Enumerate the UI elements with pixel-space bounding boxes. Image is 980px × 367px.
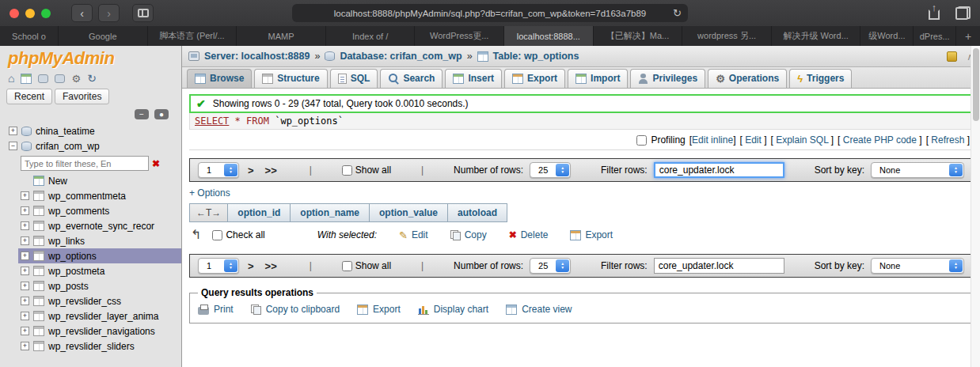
tab-privileges[interactable]: Privileges	[630, 69, 705, 88]
check-all-checkbox[interactable]	[212, 230, 222, 240]
tab-operations[interactable]: ⚙Operations	[708, 69, 787, 88]
sidebar-toggle-button[interactable]	[132, 4, 154, 22]
forward-button[interactable]: ›	[98, 4, 120, 22]
empty-icon[interactable]	[21, 74, 32, 84]
rows-select-bottom[interactable]: 25▲▼	[530, 258, 571, 274]
browser-tab[interactable]: WordPress更...	[415, 26, 504, 46]
tab-triggers[interactable]: ϟTriggers	[789, 69, 852, 88]
tab-structure[interactable]: Structure	[254, 69, 327, 88]
browser-tab[interactable]: Google	[59, 26, 148, 46]
sidebar-db-china_teatime[interactable]: + china_teatime	[6, 123, 181, 138]
expand-icon[interactable]: +	[21, 191, 29, 200]
export-selected-link[interactable]: Export	[570, 229, 613, 240]
expand-icon[interactable]: +	[21, 221, 29, 230]
next-page-button[interactable]: >	[245, 165, 256, 176]
sidebar-table-wp_revslider_layer_animations[interactable]: + wp_revslider_layer_anima	[18, 308, 181, 323]
edit-inline-link[interactable]: Edit inline	[692, 134, 733, 146]
page-select-bottom[interactable]: 1▲▼	[198, 258, 239, 274]
filter-rows-input-bottom[interactable]	[654, 258, 784, 274]
minimize-window-button[interactable]	[25, 9, 35, 18]
reload-navigation-icon[interactable]: ↻	[87, 73, 97, 84]
favorites-tab[interactable]: Favorites	[55, 89, 109, 104]
expand-icon[interactable]: +	[21, 342, 29, 350]
share-icon[interactable]: ↑	[927, 3, 941, 21]
copy-to-clipboard-link[interactable]: Copy to clipboard	[251, 304, 340, 315]
check-all-toggle[interactable]: Check all	[212, 229, 264, 240]
show-all-toggle[interactable]: Show all	[342, 165, 391, 176]
sql-keyword-select[interactable]: SELECT	[195, 115, 229, 127]
options-toggle[interactable]: + Options	[189, 187, 230, 199]
breadcrumb-table[interactable]: Table: wp_options	[493, 51, 579, 62]
browser-tab[interactable]: 【已解决】Ma...	[594, 26, 683, 46]
show-all-toggle-bottom[interactable]: Show all	[342, 260, 391, 271]
refresh-link[interactable]: Refresh	[931, 134, 964, 146]
show-all-checkbox-bottom[interactable]	[342, 261, 352, 271]
column-header-option_name[interactable]: option_name	[290, 203, 370, 222]
browser-tab[interactable]: wordpress 另...	[682, 26, 772, 46]
sidebar-table-wp_links[interactable]: + wp_links	[18, 233, 181, 248]
tab-search[interactable]: Search	[380, 69, 443, 88]
console-icon[interactable]	[947, 51, 957, 62]
expand-icon[interactable]: +	[21, 312, 29, 320]
unhide-icon[interactable]: ●	[154, 109, 169, 119]
scrollbar-thumb[interactable]	[973, 48, 979, 121]
edit-query-link[interactable]: Edit	[745, 134, 762, 146]
create-php-code-link[interactable]: Create PHP code	[843, 134, 917, 146]
rows-select[interactable]: 25▲▼	[530, 162, 571, 178]
browser-tab[interactable]: 级Word...	[860, 26, 914, 46]
show-all-checkbox[interactable]	[342, 165, 352, 176]
close-window-button[interactable]	[9, 9, 19, 18]
tab-sql[interactable]: SQL	[330, 69, 378, 88]
expand-icon[interactable]: +	[9, 127, 17, 135]
table-filter-input[interactable]	[21, 156, 149, 171]
settings-icon[interactable]: ⚙	[71, 74, 81, 84]
sort-key-select[interactable]: None▲▼	[871, 162, 964, 178]
browser-tab-active[interactable]: localhost:8888...	[504, 26, 594, 46]
expand-icon[interactable]: +	[21, 236, 29, 245]
expand-icon[interactable]: +	[21, 206, 29, 215]
clear-filter-icon[interactable]: ✖	[152, 158, 160, 169]
create-view-link[interactable]: Create view	[506, 304, 572, 315]
reload-icon[interactable]: ↻	[673, 7, 682, 19]
expand-icon[interactable]: +	[21, 282, 29, 290]
collapse-icon[interactable]: −	[9, 142, 17, 150]
tab-overview-icon[interactable]	[955, 6, 971, 20]
sidebar-table-wp_evernote_sync_record[interactable]: + wp_evernote_sync_recor	[18, 218, 181, 233]
browser-tab[interactable]: School o	[0, 26, 59, 46]
expand-icon[interactable]: +	[21, 267, 29, 275]
tab-export[interactable]: Export	[504, 69, 565, 88]
column-header-option_id[interactable]: option_id	[227, 203, 291, 222]
edit-selected-link[interactable]: ✎Edit	[399, 229, 428, 240]
query-window-icon[interactable]	[38, 74, 48, 83]
explain-sql-link[interactable]: Explain SQL	[776, 134, 828, 146]
sort-key-select-bottom[interactable]: None▲▼	[871, 258, 964, 274]
collapse-all-icon[interactable]: −	[135, 109, 149, 119]
docs-icon[interactable]	[55, 74, 65, 83]
sidebar-table-wp_commentmeta[interactable]: + wp_commentmeta	[18, 188, 181, 203]
browser-tab[interactable]: dPres...	[914, 26, 956, 46]
sidebar-table-wp_revslider_css[interactable]: + wp_revslider_css	[18, 293, 181, 308]
sidebar-table-new[interactable]: New	[18, 173, 181, 188]
delete-selected-link[interactable]: ✖Delete	[509, 229, 549, 240]
print-link[interactable]: Print	[198, 304, 234, 315]
browser-tab[interactable]: 解决升级 Word...	[772, 26, 861, 46]
sidebar-table-wp_options[interactable]: + wp_options	[18, 248, 181, 263]
sort-arrows-cell[interactable]: ←T→	[189, 203, 228, 222]
next-page-button-bottom[interactable]: >	[245, 260, 256, 272]
tab-insert[interactable]: Insert	[445, 69, 502, 88]
sidebar-table-wp_posts[interactable]: + wp_posts	[18, 278, 181, 293]
zoom-window-button[interactable]	[41, 9, 51, 18]
breadcrumb-database[interactable]: Database: crifan_com_wp	[340, 51, 462, 62]
address-bar[interactable]: localhost:8888/phpMyAdmin/sql.php?db=cri…	[292, 4, 688, 22]
expand-icon[interactable]: +	[21, 327, 29, 335]
tab-import[interactable]: Import	[568, 69, 628, 88]
sidebar-table-wp_revslider_navigations[interactable]: + wp_revslider_navigations	[18, 323, 181, 339]
expand-icon[interactable]: +	[21, 252, 29, 260]
browser-tab[interactable]: Index of /	[326, 26, 416, 46]
new-tab-button[interactable]: +	[956, 26, 980, 46]
column-header-option_value[interactable]: option_value	[369, 203, 448, 222]
last-page-button[interactable]: >>	[263, 165, 279, 176]
sidebar-table-wp_comments[interactable]: + wp_comments	[18, 203, 181, 218]
last-page-button-bottom[interactable]: >>	[263, 260, 279, 272]
tab-browse[interactable]: Browse	[187, 69, 252, 88]
